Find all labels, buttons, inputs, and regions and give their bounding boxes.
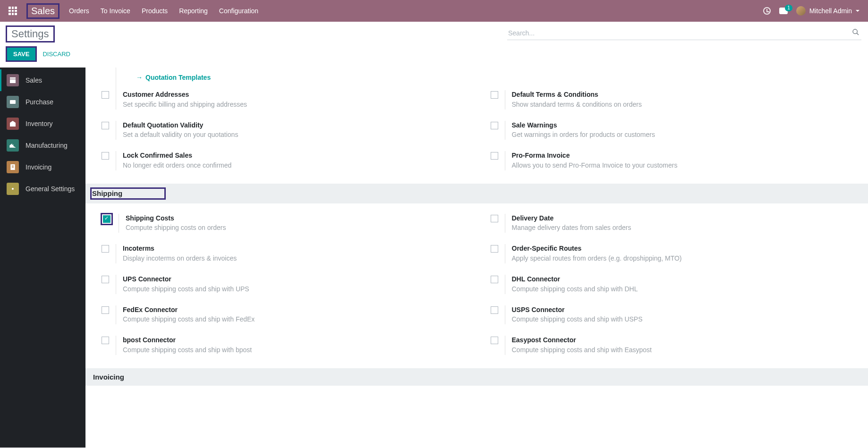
content: → Quotation Templates Customer Addresses…: [85, 68, 868, 448]
setting-incoterms: IncotermsDisplay incoterms on orders & i…: [102, 244, 472, 263]
setting-delivery-date: Delivery DateManage delivery dates from …: [491, 214, 861, 233]
setting-easypost: Easypost ConnectorCompute shipping costs…: [491, 336, 861, 355]
sidebar-item-inventory[interactable]: Inventory: [0, 113, 85, 135]
search-icon[interactable]: [852, 28, 859, 36]
subheader: Settings: [0, 22, 868, 44]
svg-line-1: [857, 33, 859, 35]
avatar: [796, 6, 806, 16]
nav-orders[interactable]: Orders: [69, 7, 89, 15]
sidebar-item-purchase[interactable]: Purchase: [0, 91, 85, 113]
sidebar-label: Sales: [26, 76, 42, 84]
checkbox[interactable]: [102, 337, 109, 344]
setting-ups: UPS ConnectorCompute shipping costs and …: [102, 275, 472, 294]
purchase-icon: [7, 96, 19, 108]
discard-button[interactable]: DISCARD: [43, 51, 70, 58]
nav-links: Orders To Invoice Products Reporting Con…: [69, 7, 258, 15]
sidebar-item-sales[interactable]: Sales: [0, 69, 85, 91]
checkbox[interactable]: [491, 337, 498, 344]
svg-rect-2: [10, 100, 16, 104]
brand-label[interactable]: Sales: [27, 4, 59, 18]
setting-order-routes: Order-Specific RoutesApply special route…: [491, 244, 861, 263]
setting-dhl: DHL ConnectorCompute shipping costs and …: [491, 275, 861, 294]
invoicing-icon: [7, 161, 19, 173]
top-nav: Sales Orders To Invoice Products Reporti…: [0, 0, 868, 22]
nav-products[interactable]: Products: [142, 7, 168, 15]
checkbox[interactable]: [103, 215, 111, 223]
setting-proforma: Pro-Forma InvoiceAllows you to send Pro-…: [491, 151, 861, 170]
checkbox[interactable]: [102, 152, 109, 160]
checkbox[interactable]: [491, 245, 498, 253]
user-name: Mitchell Admin: [809, 7, 852, 15]
main: Sales Purchase Inventory Manufacturing I…: [0, 68, 868, 448]
setting-fedex: FedEx ConnectorCompute shipping costs an…: [102, 305, 472, 325]
top-nav-right: 1 Mitchell Admin: [763, 6, 859, 16]
section-invoicing: Invoicing: [85, 368, 868, 386]
sidebar-item-general-settings[interactable]: General Settings: [0, 178, 85, 200]
manufacturing-icon: [7, 139, 19, 152]
gear-icon: [7, 183, 19, 195]
section-shipping: Shipping: [85, 184, 868, 203]
sidebar-label: General Settings: [26, 185, 75, 193]
nav-to-invoice[interactable]: To Invoice: [101, 7, 130, 15]
settings-grid-top: Customer AddressesSet specific billing a…: [102, 90, 860, 184]
setting-sale-warnings: Sale WarningsGet warnings in orders for …: [491, 121, 861, 140]
notif-badge: 1: [785, 5, 792, 11]
checkbox[interactable]: [491, 152, 498, 160]
sidebar: Sales Purchase Inventory Manufacturing I…: [0, 68, 85, 448]
checkbox[interactable]: [491, 122, 498, 129]
checkbox[interactable]: [102, 306, 109, 314]
sidebar-label: Inventory: [26, 120, 53, 127]
setting-bpost: bpost ConnectorCompute shipping costs an…: [102, 336, 472, 355]
sidebar-label: Purchase: [26, 98, 53, 106]
sidebar-item-invoicing[interactable]: Invoicing: [0, 156, 85, 178]
checkbox[interactable]: [491, 276, 498, 283]
action-bar: SAVE DISCARD: [0, 44, 868, 68]
chevron-down-icon: [856, 10, 859, 14]
apps-icon[interactable]: [9, 7, 17, 15]
arrow-right-icon: →: [136, 74, 143, 81]
sidebar-label: Manufacturing: [26, 142, 68, 149]
activity-icon[interactable]: [763, 7, 771, 15]
user-menu[interactable]: Mitchell Admin: [796, 6, 859, 16]
settings-grid-shipping: Shipping CostsCompute shipping costs on …: [102, 214, 860, 368]
nav-reporting[interactable]: Reporting: [179, 7, 208, 15]
setting-usps: USPS ConnectorCompute shipping costs and…: [491, 305, 861, 325]
save-button[interactable]: SAVE: [7, 47, 36, 61]
setting-customer-addresses: Customer AddressesSet specific billing a…: [102, 90, 472, 110]
checkbox[interactable]: [491, 306, 498, 314]
setting-shipping-costs: Shipping CostsCompute shipping costs on …: [102, 214, 472, 233]
svg-point-4: [12, 188, 14, 190]
chat-icon[interactable]: 1: [779, 8, 788, 14]
checkbox[interactable]: [102, 91, 109, 99]
checkbox[interactable]: [102, 245, 109, 253]
setting-lock-confirmed: Lock Confirmed SalesNo longer edit order…: [102, 151, 472, 170]
sales-icon: [7, 74, 19, 86]
checkbox[interactable]: [491, 215, 498, 222]
page-title: Settings: [7, 26, 54, 42]
quotation-templates-row: → Quotation Templates: [136, 68, 860, 90]
setting-default-validity: Default Quotation ValiditySet a default …: [102, 121, 472, 140]
svg-point-0: [853, 29, 857, 34]
sidebar-label: Invoicing: [26, 163, 51, 171]
inventory-icon: [7, 118, 19, 130]
checkbox[interactable]: [491, 91, 498, 99]
sidebar-item-manufacturing[interactable]: Manufacturing: [0, 135, 85, 156]
checkbox[interactable]: [102, 276, 109, 283]
nav-configuration[interactable]: Configuration: [219, 7, 258, 15]
setting-default-terms: Default Terms & ConditionsShow standard …: [491, 90, 861, 110]
quotation-templates-link[interactable]: → Quotation Templates: [136, 74, 211, 81]
checkbox[interactable]: [102, 122, 109, 129]
search-wrap: [507, 26, 861, 40]
search-input[interactable]: [507, 26, 861, 40]
